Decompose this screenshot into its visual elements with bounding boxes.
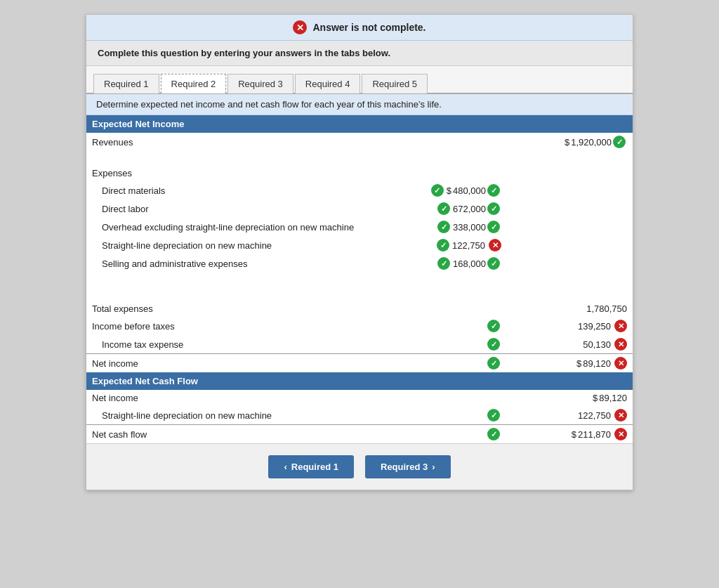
overhead-check-icon: ✓ bbox=[437, 221, 450, 233]
tab-required5[interactable]: Required 5 bbox=[362, 74, 428, 93]
net-income-label: Net income bbox=[86, 354, 387, 373]
net-cash-flow-row: Net cash flow ✓ $ 211,870 ✕ bbox=[86, 425, 633, 444]
net-income-check-icon: ✓ bbox=[487, 357, 500, 370]
straight-line-cashflow-value-cell: 122,750 ✕ bbox=[507, 406, 633, 425]
direct-materials-row: Direct materials ✓ $ 480,000 ✓ bbox=[86, 181, 633, 200]
income-tax-label: Income tax expense bbox=[86, 335, 387, 354]
straight-line-check-icon: ✓ bbox=[437, 239, 449, 251]
empty-row-2 bbox=[86, 273, 633, 287]
revenues-dollar: $ bbox=[565, 137, 569, 148]
straight-line-x-icon: ✕ bbox=[489, 239, 501, 251]
income-tax-row: Income tax expense ✓ 50,130 ✕ bbox=[86, 335, 633, 354]
net-income-cashflow-value-cell: $ 89,120 bbox=[507, 390, 633, 406]
net-cash-flow-header-row: Expected Net Cash Flow bbox=[86, 372, 633, 390]
instruction-text: Complete this question by entering your … bbox=[98, 48, 390, 58]
tab-required3[interactable]: Required 3 bbox=[227, 74, 293, 93]
direct-materials-dollar: $ bbox=[447, 185, 451, 196]
net-income-cashflow-label: Net income bbox=[86, 390, 387, 406]
net-income-mid: ✓ bbox=[387, 354, 507, 373]
straight-line-cashflow-value: 122,750 bbox=[578, 410, 611, 421]
net-cash-flow-dollar: $ bbox=[572, 429, 576, 440]
income-before-check-icon: ✓ bbox=[487, 320, 500, 332]
tabs-container: Required 1 Required 2 Required 3 Require… bbox=[86, 66, 633, 94]
direct-labor-row: Direct labor ✓ 672,000 ✓ bbox=[86, 200, 633, 218]
bottom-nav: ‹ Required 1 Required 3 › bbox=[86, 443, 633, 490]
income-tax-value: 50,130 bbox=[583, 339, 611, 350]
data-table: Expected Net Income Revenues $ 1,920,000… bbox=[86, 115, 633, 443]
revenues-check-icon: ✓ bbox=[613, 136, 626, 148]
direct-materials-check2-icon: ✓ bbox=[487, 184, 500, 197]
selling-row: Selling and administrative expenses ✓ 16… bbox=[86, 254, 633, 273]
revenues-value: 1,920,000 bbox=[571, 137, 612, 148]
straight-line-mid: ✓ 122,750 ✕ bbox=[387, 236, 507, 254]
total-expenses-value-cell: 1,780,750 bbox=[507, 301, 633, 317]
tab-required4[interactable]: Required 4 bbox=[295, 74, 361, 93]
income-before-taxes-value-cell: 139,250 ✕ bbox=[507, 317, 633, 335]
net-income-x-icon: ✕ bbox=[614, 357, 627, 370]
next-arrow-icon: › bbox=[432, 462, 435, 472]
net-income-cashflow-value: 89,120 bbox=[599, 393, 627, 403]
empty-row-1 bbox=[86, 151, 633, 165]
subtitle-text: Determine expected net income and net ca… bbox=[96, 99, 442, 110]
total-expenses-value: 1,780,750 bbox=[586, 303, 627, 314]
straight-line-label: Straight-line depreciation on new machin… bbox=[86, 236, 387, 254]
income-tax-value-cell: 50,130 ✕ bbox=[507, 335, 633, 354]
income-before-taxes-mid: ✓ bbox=[387, 317, 507, 335]
prev-arrow-icon: ‹ bbox=[284, 462, 286, 472]
direct-materials-value: 480,000 bbox=[453, 185, 486, 196]
net-cash-flow-value-cell: $ 211,870 ✕ bbox=[507, 425, 633, 444]
direct-labor-mid: ✓ 672,000 ✓ bbox=[387, 200, 507, 218]
straight-line-row: Straight-line depreciation on new machin… bbox=[86, 236, 633, 254]
selling-mid: ✓ 168,000 ✓ bbox=[387, 254, 507, 273]
net-income-row: Net income ✓ $ 89,120 ✕ bbox=[86, 354, 633, 373]
overhead-value: 338,000 bbox=[453, 222, 486, 233]
direct-labor-check2-icon: ✓ bbox=[487, 202, 500, 215]
net-income-value: 89,120 bbox=[583, 358, 611, 369]
direct-labor-check-icon: ✓ bbox=[437, 202, 450, 215]
net-cash-flow-mid: ✓ bbox=[387, 425, 507, 444]
revenues-row: Revenues $ 1,920,000 ✓ bbox=[86, 133, 633, 151]
selling-check2-icon: ✓ bbox=[487, 257, 500, 270]
straight-line-cashflow-row: Straight-line depreciation on new machin… bbox=[86, 406, 633, 425]
income-before-taxes-row: Income before taxes ✓ 139,250 ✕ bbox=[86, 317, 633, 335]
overhead-row: Overhead excluding straight-line depreci… bbox=[86, 218, 633, 236]
prev-button[interactable]: ‹ Required 1 bbox=[268, 455, 354, 478]
net-income-dollar: $ bbox=[576, 358, 581, 369]
income-tax-check-icon: ✓ bbox=[487, 338, 500, 351]
expenses-label: Expenses bbox=[86, 165, 387, 181]
income-before-taxes-value: 139,250 bbox=[578, 321, 611, 332]
next-button[interactable]: Required 3 › bbox=[365, 455, 451, 478]
next-label: Required 3 bbox=[381, 462, 428, 472]
straight-line-cashflow-label: Straight-line depreciation on new machin… bbox=[86, 406, 387, 425]
net-income-cashflow-dollar: $ bbox=[593, 393, 598, 403]
revenues-label: Revenues bbox=[86, 133, 387, 151]
prev-label: Required 1 bbox=[291, 462, 338, 472]
income-before-taxes-label: Income before taxes bbox=[86, 317, 387, 335]
straight-cashflow-check-icon: ✓ bbox=[487, 409, 500, 422]
selling-value: 168,000 bbox=[453, 259, 486, 269]
net-income-value-cell: $ 89,120 ✕ bbox=[507, 354, 633, 373]
net-income-cashflow-row: Net income $ 89,120 bbox=[86, 390, 633, 406]
net-cash-flow-x-icon: ✕ bbox=[614, 428, 627, 440]
net-cash-flow-value: 211,870 bbox=[578, 429, 611, 440]
straight-line-cashflow-mid: ✓ bbox=[387, 406, 507, 425]
straight-line-value: 122,750 bbox=[452, 240, 485, 251]
tab-required1[interactable]: Required 1 bbox=[93, 74, 159, 93]
error-icon: ✕ bbox=[293, 20, 307, 34]
direct-labor-value: 672,000 bbox=[453, 204, 486, 214]
direct-materials-check-icon: ✓ bbox=[431, 184, 444, 197]
direct-labor-label: Direct labor bbox=[86, 200, 387, 218]
net-cash-flow-check-icon: ✓ bbox=[487, 428, 500, 440]
tab-required2[interactable]: Required 2 bbox=[161, 74, 227, 93]
selling-label: Selling and administrative expenses bbox=[86, 254, 387, 273]
answer-banner: ✕ Answer is not complete. bbox=[86, 15, 633, 41]
revenues-mid bbox=[387, 133, 507, 151]
main-container: ✕ Answer is not complete. Complete this … bbox=[86, 14, 633, 490]
net-cash-flow-header-label: Expected Net Cash Flow bbox=[86, 372, 633, 390]
net-income-header-label: Expected Net Income bbox=[86, 115, 633, 133]
instruction-bar: Complete this question by entering your … bbox=[86, 41, 633, 66]
direct-materials-mid: ✓ $ 480,000 ✓ bbox=[387, 181, 507, 200]
selling-check-icon: ✓ bbox=[437, 257, 450, 270]
income-tax-mid: ✓ bbox=[387, 335, 507, 354]
total-expenses-label: Total expenses bbox=[86, 301, 387, 317]
